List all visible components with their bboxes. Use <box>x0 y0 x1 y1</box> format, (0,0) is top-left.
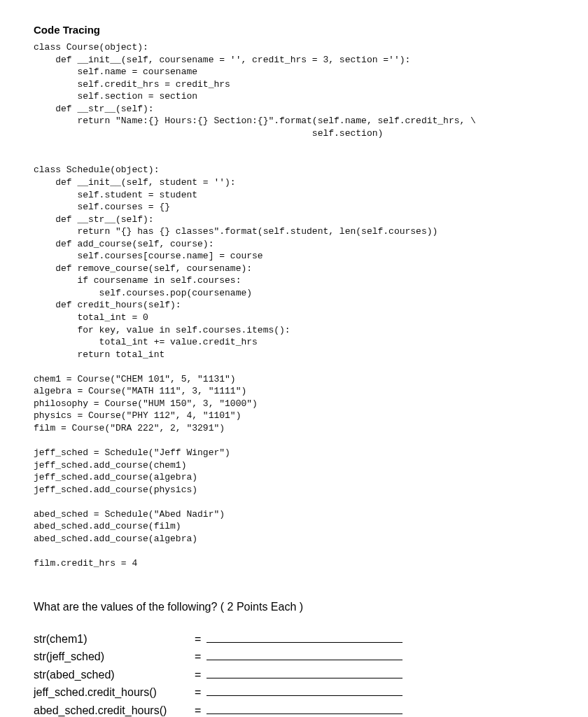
answer-blank <box>206 633 402 643</box>
answer-row: abed_sched.credit_hours()= <box>34 702 554 717</box>
answer-label: str(jeff_sched) <box>34 648 195 666</box>
answer-row: str(chem1)= <box>34 630 554 648</box>
answer-blank <box>206 650 402 660</box>
answer-row: jeff_sched.credit_hours()= <box>34 683 554 702</box>
answer-label: str(chem1) <box>34 630 195 648</box>
answer-blank <box>206 686 402 696</box>
answer-blank <box>206 704 402 714</box>
answer-blank <box>206 669 402 678</box>
answer-label: abed_sched.credit_hours() <box>34 702 195 717</box>
equals-sign: = <box>195 683 201 702</box>
equals-sign: = <box>195 648 201 666</box>
page-title: Code Tracing <box>34 24 554 36</box>
answer-label: jeff_sched.credit_hours() <box>34 683 195 702</box>
answers-section: str(chem1)=str(jeff_sched)=str(abed_sche… <box>34 630 554 717</box>
answer-row: str(abed_sched)= <box>34 666 554 684</box>
question-text: What are the values of the following? ( … <box>34 601 554 613</box>
answer-row: str(jeff_sched)= <box>34 648 554 666</box>
code-block: class Course(object): def __init__(self,… <box>34 41 554 570</box>
equals-sign: = <box>195 666 201 684</box>
equals-sign: = <box>195 702 201 717</box>
answer-label: str(abed_sched) <box>34 666 195 684</box>
equals-sign: = <box>195 630 201 648</box>
